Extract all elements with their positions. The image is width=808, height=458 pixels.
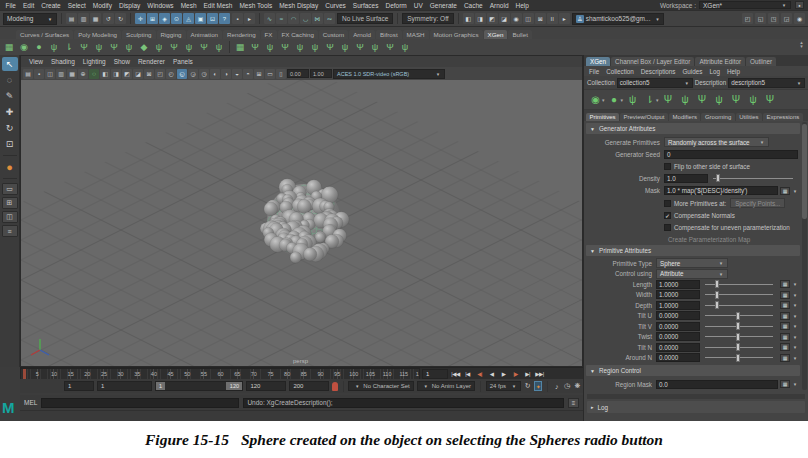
auto-keyframe-toggle[interactable]: ✦: [534, 381, 542, 391]
camera-attributes-icon[interactable]: ◫: [45, 69, 55, 79]
slider-options-arrow[interactable]: ▾: [792, 344, 798, 350]
generate-primitives-dropdown[interactable]: Randomly across the surface ▾: [664, 137, 769, 147]
time-slider[interactable]: 5101520253035404550556065707580859095100…: [20, 367, 583, 379]
ig-splines-icon[interactable]: ▦: [233, 41, 247, 54]
colorspace-dropdown[interactable]: ACES 1.0 SDR-video (sRGB) ▾: [333, 69, 445, 79]
slider-track[interactable]: [705, 353, 773, 362]
paint-select-tool[interactable]: ✎: [2, 89, 18, 103]
layout-four-pane[interactable]: ⊞: [2, 197, 18, 209]
menu-item[interactable]: Mesh: [177, 2, 200, 9]
shelf-tab[interactable]: Rendering: [223, 30, 260, 39]
interactive-groom-icon[interactable]: Ψ: [197, 41, 211, 54]
grid-icon[interactable]: ⊞: [254, 69, 264, 79]
workspace-lock-icon[interactable]: ●: [795, 1, 804, 9]
snap-projected-center-icon[interactable]: ◬: [183, 13, 194, 24]
multisample-icon[interactable]: ◵: [177, 69, 187, 79]
evaluation-mode-icon[interactable]: ❋: [574, 381, 581, 391]
open-scene-icon[interactable]: ▥: [78, 13, 89, 24]
map-button[interactable]: ▦: [780, 187, 790, 195]
xgen-editor-icon[interactable]: ▦: [2, 41, 16, 54]
make-live-icon[interactable]: ⊡: [207, 13, 218, 24]
create-guides-icon[interactable]: Ψ: [661, 92, 676, 107]
panel-menu-item[interactable]: View: [25, 58, 47, 65]
ipr-icon[interactable]: ◩: [487, 13, 498, 24]
motion-blur-icon[interactable]: ◴: [166, 69, 176, 79]
create-new-description-icon[interactable]: ψ: [625, 92, 640, 107]
symmetry-dropdown[interactable]: Symmetry: Off: [402, 13, 453, 24]
menu-item[interactable]: Create: [38, 2, 65, 9]
slider-options-arrow[interactable]: ▾: [792, 292, 798, 298]
command-input[interactable]: [41, 398, 239, 408]
menu-item[interactable]: Arnold: [486, 2, 512, 9]
xgen-menu-item[interactable]: Guides: [682, 68, 702, 75]
menu-item[interactable]: File: [2, 2, 19, 9]
ig-cache-icon[interactable]: ψ: [398, 41, 412, 54]
slider-track[interactable]: [705, 290, 773, 299]
move-tool[interactable]: ✚: [2, 105, 18, 119]
render-icon[interactable]: ⋈: [312, 13, 323, 24]
ig-mesh-icon[interactable]: Ψ: [383, 41, 397, 54]
import-collection-icon[interactable]: ψ: [92, 41, 106, 54]
exposure-field[interactable]: 0.00: [287, 69, 309, 78]
shelf-tab[interactable]: Rigging: [157, 30, 186, 39]
layout-single-pane[interactable]: ▭: [2, 183, 18, 195]
map-button[interactable]: ▦: [780, 322, 790, 330]
redo-icon[interactable]: ↻: [115, 13, 126, 24]
modeling-toolkit-icon[interactable]: ◰: [742, 13, 753, 24]
convert-to-polygons-icon[interactable]: ψ: [122, 41, 136, 54]
input-operations-icon[interactable]: ∿: [264, 13, 275, 24]
attach-description-icon[interactable]: ψ: [712, 92, 727, 107]
region-map-field[interactable]: ${DESC}/Regions/: [656, 393, 754, 394]
pause-icon[interactable]: II: [547, 13, 558, 24]
menu-item[interactable]: Edit Mesh: [200, 2, 236, 9]
rotate-tool[interactable]: ↻: [2, 121, 18, 135]
scrollbar-thumb[interactable]: [802, 124, 807, 219]
xgen-menu-item[interactable]: Descriptions: [641, 68, 676, 75]
slider-options-arrow[interactable]: ▾: [792, 313, 798, 319]
menu-item[interactable]: Curves: [322, 2, 350, 9]
create-description-icon[interactable]: ψ: [47, 41, 61, 54]
duplicate-description-icon[interactable]: Ψ: [695, 92, 710, 107]
slider-options-arrow[interactable]: ▾: [792, 323, 798, 329]
range-start-handle[interactable]: 1: [156, 382, 165, 390]
menu-item[interactable]: Cache: [460, 2, 486, 9]
shelf-tab[interactable]: Sculpting: [122, 30, 155, 39]
menu-item[interactable]: Mesh Display: [276, 2, 322, 9]
panel-menu-item[interactable]: Panels: [169, 58, 197, 65]
specify-points-button[interactable]: Specify Points...: [730, 198, 785, 208]
step-back-key-button[interactable]: ◀|: [474, 369, 485, 379]
chevron-down-icon[interactable]: ▾: [656, 97, 659, 103]
step-forward-key-button[interactable]: |▶: [510, 369, 521, 379]
2d-pan-zoom-icon[interactable]: ⊕: [78, 69, 88, 79]
slider-value-field[interactable]: 0.0000: [656, 311, 700, 320]
xgen-update-preview-icon[interactable]: ●: [32, 41, 46, 54]
xgen-subtab[interactable]: Expressions: [763, 113, 803, 121]
shelf-tab[interactable]: Custom: [319, 30, 348, 39]
mute-audio-icon[interactable]: ♪: [553, 381, 560, 391]
toggle-guides-icon[interactable]: ψ: [746, 92, 761, 107]
region-control-header[interactable]: ▼ Region Control: [586, 365, 800, 376]
menu-item[interactable]: UV: [410, 2, 426, 9]
shelf-tab[interactable]: FX: [261, 30, 277, 39]
image-plane-icon[interactable]: ▦: [67, 69, 77, 79]
bookmarks-icon[interactable]: ▥: [56, 69, 66, 79]
collapse-arrow-icon[interactable]: ▼: [590, 248, 595, 254]
export-collection-icon[interactable]: Ψ: [107, 41, 121, 54]
account-dropdown[interactable]: ♙ shamtickoo525@gm... ▾: [572, 13, 665, 25]
collection-dropdown[interactable]: collection5 ▾: [617, 78, 693, 88]
xgen-attributes-scroll[interactable]: ▼ Generator Attributes Generate Primitiv…: [584, 121, 808, 393]
control-using-dropdown[interactable]: Attribute ▾: [656, 269, 728, 279]
create-parameterization-map-button[interactable]: Create Parameterization Map: [668, 236, 750, 243]
ig-noise-icon[interactable]: ψ: [308, 41, 322, 54]
xgen-subtab[interactable]: Grooming: [701, 113, 734, 121]
description-dropdown[interactable]: description5 ▾: [728, 78, 805, 88]
oversampling-icon[interactable]: ◌: [89, 69, 99, 79]
slider-options-arrow[interactable]: ▾: [792, 281, 798, 287]
play-backwards-button[interactable]: ◀: [486, 369, 497, 379]
script-editor-icon[interactable]: ≡: [568, 398, 579, 408]
shelf-tab[interactable]: Animation: [187, 30, 223, 39]
snap-view-plane-icon[interactable]: ▣: [195, 13, 206, 24]
shelf-tab[interactable]: FX Caching: [278, 30, 318, 39]
xgen-update-preview-icon[interactable]: ● ▾: [607, 92, 624, 107]
log-section-header[interactable]: ▸ Log: [587, 401, 805, 413]
